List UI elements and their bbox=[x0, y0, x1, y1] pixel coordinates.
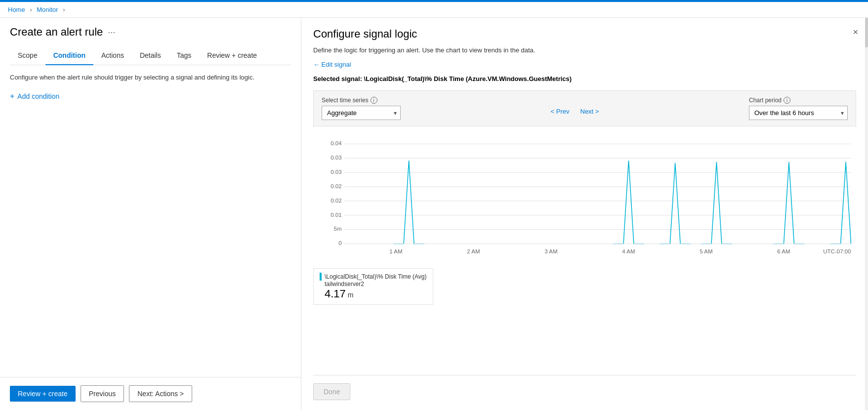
edit-signal-link[interactable]: ← Edit signal bbox=[313, 61, 856, 68]
close-button[interactable]: × bbox=[853, 28, 858, 37]
chart-period-group: Chart period i Over the last 6 hours Ove… bbox=[749, 97, 848, 120]
tabs: Scope Condition Actions Details Tags Rev… bbox=[10, 46, 291, 65]
legend-series-name: \LogicalDisk(_Total)\% Disk Time (Avg) bbox=[325, 273, 427, 280]
tab-review-create[interactable]: Review + create bbox=[199, 46, 265, 65]
tab-details[interactable]: Details bbox=[132, 46, 169, 65]
legend-value-container: 4.17 m bbox=[320, 287, 427, 300]
time-series-dropdown-wrapper: Aggregate Instance 1 ▾ bbox=[322, 106, 401, 120]
svg-text:0.01: 0.01 bbox=[331, 212, 341, 217]
previous-button[interactable]: Previous bbox=[81, 385, 124, 402]
left-panel: Create an alert rule ··· Scope Condition… bbox=[0, 18, 301, 410]
svg-text:0.04: 0.04 bbox=[331, 141, 341, 146]
add-condition-button[interactable]: + Add condition bbox=[10, 92, 59, 101]
svg-text:0.03: 0.03 bbox=[331, 155, 341, 160]
svg-text:0.02: 0.02 bbox=[331, 198, 341, 203]
svg-text:1 AM: 1 AM bbox=[389, 248, 402, 254]
add-condition-label: Add condition bbox=[17, 92, 59, 100]
left-content: Configure when the alert rule should tri… bbox=[0, 65, 301, 377]
breadcrumb-monitor[interactable]: Monitor bbox=[37, 6, 58, 13]
chart-controls: Select time series i Aggregate Instance … bbox=[313, 90, 856, 126]
breadcrumb-home[interactable]: Home bbox=[8, 6, 25, 13]
right-panel-title: Configure signal logic bbox=[313, 28, 856, 41]
chart-container: 0.04 0.03 0.03 0.02 0.02 0.01 5m 0 1 AM … bbox=[313, 134, 856, 371]
right-footer: Done bbox=[313, 375, 856, 400]
breadcrumb-sep-2: › bbox=[63, 6, 65, 13]
next-actions-button[interactable]: Next: Actions > bbox=[129, 385, 192, 402]
review-create-button[interactable]: Review + create bbox=[10, 386, 76, 402]
svg-text:0: 0 bbox=[338, 241, 341, 246]
legend-value: 4.17 bbox=[325, 287, 346, 300]
legend-server-name: tailwindserver2 bbox=[320, 281, 427, 287]
svg-text:UTC-07:00: UTC-07:00 bbox=[823, 248, 851, 254]
tab-condition[interactable]: Condition bbox=[45, 46, 93, 65]
svg-text:3 AM: 3 AM bbox=[544, 248, 557, 254]
left-footer: Review + create Previous Next: Actions > bbox=[0, 377, 301, 410]
scrollbar[interactable] bbox=[865, 18, 868, 410]
chart-legend: \LogicalDisk(_Total)\% Disk Time (Avg) t… bbox=[313, 268, 433, 305]
chart-period-info-icon[interactable]: i bbox=[784, 97, 790, 104]
condition-description: Configure when the alert rule should tri… bbox=[10, 73, 291, 82]
page-title-text: Create an alert rule bbox=[10, 26, 103, 39]
tab-tags[interactable]: Tags bbox=[169, 46, 200, 65]
main-layout: Create an alert rule ··· Scope Condition… bbox=[0, 18, 868, 410]
edit-signal-label: ← Edit signal bbox=[313, 61, 351, 68]
left-header: Create an alert rule ··· Scope Condition… bbox=[0, 18, 301, 65]
prev-button[interactable]: < Prev bbox=[547, 105, 574, 118]
chart-period-label: Chart period i bbox=[749, 97, 848, 104]
next-button[interactable]: Next > bbox=[577, 105, 603, 118]
selected-signal-text: Selected signal: \LogicalDisk(_Total)\% … bbox=[313, 75, 856, 82]
svg-text:6 AM: 6 AM bbox=[777, 248, 790, 254]
right-description: Define the logic for triggering an alert… bbox=[313, 46, 856, 54]
breadcrumb: Home › Monitor › bbox=[0, 2, 868, 18]
svg-text:5m: 5m bbox=[334, 226, 342, 232]
done-button[interactable]: Done bbox=[313, 383, 350, 400]
svg-text:0.03: 0.03 bbox=[331, 169, 341, 174]
svg-text:0.02: 0.02 bbox=[331, 183, 341, 189]
right-panel: × Configure signal logic Define the logi… bbox=[301, 18, 868, 410]
page-title-options[interactable]: ··· bbox=[108, 27, 115, 38]
time-series-select[interactable]: Aggregate Instance 1 bbox=[322, 106, 401, 120]
time-series-label: Select time series i bbox=[322, 97, 401, 104]
legend-color-bar bbox=[320, 273, 322, 281]
chart-svg: 0.04 0.03 0.03 0.02 0.02 0.01 5m 0 1 AM … bbox=[313, 134, 856, 263]
legend-line1: \LogicalDisk(_Total)\% Disk Time (Avg) bbox=[320, 273, 427, 281]
chart-period-dropdown-wrapper: Over the last 6 hours Over the last 24 h… bbox=[749, 106, 848, 120]
breadcrumb-sep-1: › bbox=[30, 6, 32, 13]
tab-scope[interactable]: Scope bbox=[10, 46, 45, 65]
svg-text:2 AM: 2 AM bbox=[467, 248, 480, 254]
tab-actions[interactable]: Actions bbox=[93, 46, 132, 65]
svg-text:5 AM: 5 AM bbox=[700, 248, 712, 254]
legend-unit: m bbox=[348, 291, 354, 299]
time-series-info-icon[interactable]: i bbox=[371, 97, 377, 104]
chart-period-select[interactable]: Over the last 6 hours Over the last 24 h… bbox=[749, 106, 848, 120]
svg-text:4 AM: 4 AM bbox=[622, 248, 635, 254]
nav-buttons: < Prev Next > bbox=[409, 105, 741, 118]
page-title-container: Create an alert rule ··· bbox=[10, 26, 291, 39]
plus-icon: + bbox=[10, 92, 14, 101]
time-series-group: Select time series i Aggregate Instance … bbox=[322, 97, 401, 120]
scrollbar-thumb[interactable] bbox=[865, 18, 868, 47]
